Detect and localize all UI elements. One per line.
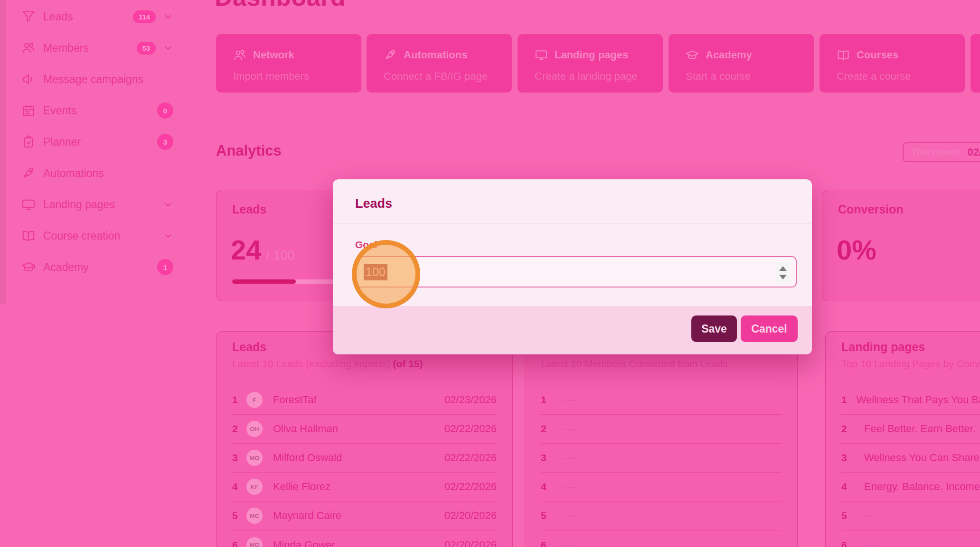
table-row[interactable]: 1--- [541,386,782,415]
calendar-icon [21,103,36,118]
table-row[interactable]: 1Wellness That Pays You Back [841,386,980,415]
leads-goal-value: / 100 [266,248,295,263]
row-index: 3 [541,452,554,464]
table-row[interactable]: 6--- [841,530,980,547]
row-index: 3 [232,452,245,464]
member-name: --- [564,510,577,522]
number-spinner [776,262,790,283]
table-row[interactable]: 2--- [541,415,782,444]
landing-page-name: Energy. Balance. Income. [864,481,980,493]
table-row[interactable]: 3MOMilford Oswald02/22/2026 [232,444,497,473]
row-index: 1 [841,394,847,406]
avatar: MO [246,450,263,466]
subtitle-count: (of 15) [393,358,423,369]
sidebar-item-label: Planner [43,136,81,148]
save-button[interactable]: Save [691,315,737,342]
table-row[interactable]: 5--- [541,501,782,530]
megaphone-icon [21,72,36,86]
row-index: 4 [541,481,554,492]
avatar: F [246,392,263,408]
table-row[interactable]: 4--- [541,473,782,501]
sidebar-item-members[interactable]: Members 53 [0,32,194,64]
table-row[interactable]: 4KFKellie Florez02/22/2026 [232,473,497,501]
sidebar-item-planner[interactable]: Planner 3 [0,126,194,158]
landing-pages-list-card: Landing pages Top 10 Landing Pages by Co… [825,331,980,547]
landing-page-name: Wellness That Pays You Back [857,394,980,406]
avatar: MG [246,537,263,547]
lead-name: Kellie Florez [273,481,330,493]
row-index: 1 [232,394,245,406]
quick-action-title: Academy [706,49,752,61]
funnel-icon [21,9,36,24]
lead-date: 02/22/2026 [444,452,497,464]
cancel-button[interactable]: Cancel [741,315,798,342]
landing-page-name: Wellness You Can Share [864,452,980,464]
sidebar-item-automations[interactable]: Automations [0,158,194,189]
list-card-title: Leads [232,340,266,354]
quick-action-card-partial[interactable] [971,34,980,93]
spinner-up-icon[interactable] [779,266,787,271]
goal-input[interactable]: 100 [355,256,797,287]
sidebar-item-course-creation[interactable]: Course creation [0,220,194,251]
quick-action-subtitle: Start a course [686,70,751,83]
landing-page-name: Feel Better. Earn Better. [864,423,976,435]
quick-action-courses[interactable]: Courses Create a course [820,34,965,93]
table-row[interactable]: 2OHOliva Hallman02/22/2026 [232,415,497,444]
lead-date: 02/20/2026 [444,510,497,522]
table-row[interactable]: 6MGMinda Gower02/20/2026 [232,530,497,547]
quick-action-subtitle: Connect a FB/IG page [384,70,488,83]
quick-action-subtitle: Create a landing page [535,70,638,83]
row-index: 2 [841,423,855,435]
list-card-subtitle: Latest 10 Members Converted from Leads [541,358,727,370]
avatar: KF [246,479,263,495]
users-icon [233,48,246,62]
spinner-down-icon[interactable] [779,275,787,279]
sidebar-item-label: Course creation [43,230,120,242]
table-row[interactable]: 3--- [541,444,782,473]
quick-action-title: Courses [857,49,898,61]
quick-action-subtitle: Create a course [837,70,911,83]
quick-action-network[interactable]: Network Import members [216,34,361,93]
member-name: --- [564,539,577,547]
table-row[interactable]: 2Feel Better. Earn Better. [841,415,980,444]
rocket-icon [384,48,397,62]
sidebar-item-landing-pages[interactable]: Landing pages [0,189,194,220]
members-count-badge: 53 [137,42,156,55]
quick-action-landing-pages[interactable]: Landing pages Create a landing page [518,34,663,93]
table-row[interactable]: 3Wellness You Can Share [841,444,980,473]
leads-goal-modal: Leads Goal 100 Save Cancel [333,179,812,354]
row-index: 2 [541,423,554,435]
sidebar-item-events[interactable]: Events 0 [0,95,194,126]
period-filter-chip[interactable]: This month 02/0 [903,142,980,162]
quick-action-academy[interactable]: Academy Start a course [669,34,814,93]
chevron-down-icon [163,43,173,53]
chevron-down-icon [163,231,173,241]
member-name: --- [564,481,577,493]
sidebar-item-leads[interactable]: Leads 114 [0,1,194,32]
table-row[interactable]: 1FForestTaf02/23/2026 [232,386,497,415]
modal-header-divider [333,223,812,223]
monitor-icon [21,197,36,212]
sidebar-item-academy[interactable]: Academy 1 [0,251,194,283]
goal-field-label: Goal [355,239,377,250]
events-count-badge: 0 [157,102,173,119]
lead-name: Maynard Caire [273,510,341,522]
table-row[interactable]: 6--- [541,530,782,547]
section-divider [216,116,980,116]
conversion-stat-card[interactable]: Conversion 0% [822,190,980,301]
row-index: 5 [841,510,855,521]
lead-name: ForestTaf [273,394,317,406]
lead-date: 02/22/2026 [444,423,497,435]
sidebar-item-message-campaigns[interactable]: Message campaigns [0,64,194,95]
row-index: 6 [541,539,554,547]
row-index: 4 [232,481,245,492]
leads-count-badge: 114 [133,10,156,23]
row-index: 2 [232,423,245,435]
leads-rows: 1FForestTaf02/23/2026 2OHOliva Hallman02… [232,386,497,547]
table-row[interactable]: 4Energy. Balance. Income. [841,473,980,501]
academy-count-badge: 1 [157,259,173,275]
table-row[interactable]: 5--- [841,501,980,530]
sidebar-item-label: Leads [43,10,73,23]
table-row[interactable]: 5MCMaynard Caire02/20/2026 [232,501,497,530]
quick-action-automations[interactable]: Automations Connect a FB/IG page [367,34,512,93]
